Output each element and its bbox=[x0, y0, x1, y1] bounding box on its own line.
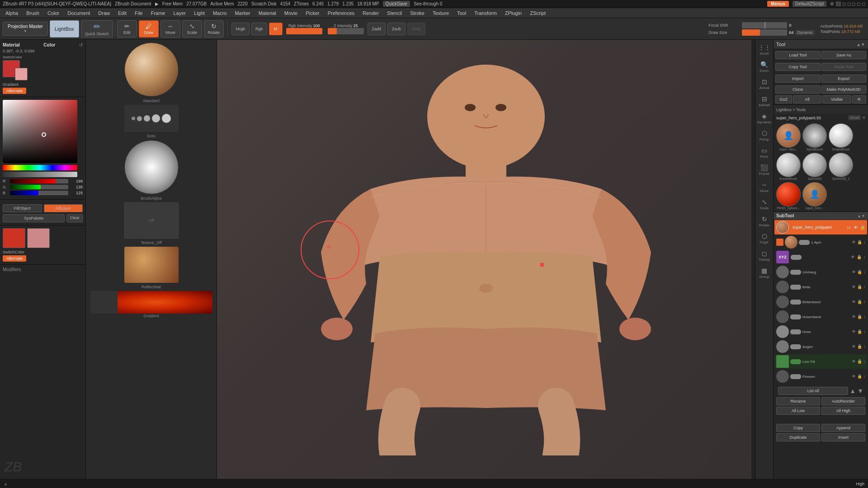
nav-polyf[interactable]: ⬡ PolyF bbox=[756, 230, 773, 247]
focal-shift-slider[interactable] bbox=[742, 22, 787, 28]
menu-draw[interactable]: Draw bbox=[94, 9, 113, 17]
menu-stencil[interactable]: Stencil bbox=[383, 9, 406, 17]
subtool-toggle-flossen[interactable] bbox=[790, 374, 801, 379]
menu-picker[interactable]: Picker bbox=[302, 9, 323, 17]
brush-thumb-pm3d[interactable]: PM3D_Sphere... bbox=[776, 182, 801, 210]
edit-button[interactable]: ✏ Edit bbox=[117, 20, 137, 38]
color-picker[interactable] bbox=[3, 100, 77, 163]
texture-off-preview[interactable]: Off bbox=[124, 202, 179, 239]
scroll-btn[interactable]: Scroll bbox=[848, 115, 861, 120]
menu-preferences[interactable]: Preferences bbox=[324, 9, 358, 17]
subtool-eye-hosenband[interactable]: 👁 bbox=[852, 314, 856, 319]
draw-size-slider[interactable] bbox=[742, 29, 787, 36]
rgb-button[interactable]: Rgb bbox=[251, 23, 267, 35]
subtool-lock-augen[interactable]: 🔒 bbox=[857, 344, 862, 349]
rgb-intensity-slider[interactable] bbox=[286, 28, 322, 34]
fill-object-btn[interactable]: FillObject bbox=[3, 204, 42, 212]
subtool-item-2[interactable]: 1.Aym 👁 🔒 ↕ bbox=[774, 235, 867, 249]
menu-zplugin[interactable]: ZPlugin bbox=[501, 9, 525, 17]
nav-rotate[interactable]: ↻ Rotate bbox=[756, 213, 773, 230]
subtool-item-brille[interactable]: Brille 👁 🔒 ↕ bbox=[774, 280, 867, 294]
default-script-btn[interactable]: DefaultZScript bbox=[793, 1, 826, 7]
b-slider[interactable] bbox=[10, 191, 68, 195]
alternate-btn-2[interactable]: Alternate bbox=[3, 255, 26, 262]
import-btn[interactable]: Import bbox=[775, 75, 821, 83]
subtool-eye-umhang[interactable]: 👁 bbox=[852, 270, 856, 274]
load-tool-btn[interactable]: Load Tool bbox=[775, 51, 821, 59]
gray-slider[interactable] bbox=[3, 172, 77, 177]
visible-btn[interactable]: Visible bbox=[822, 95, 851, 103]
mrgb-button[interactable]: Mrgb bbox=[231, 23, 250, 35]
subtool-lock-flossen[interactable]: 🔒 bbox=[857, 374, 862, 379]
reflect-mat-preview[interactable] bbox=[124, 247, 179, 283]
subtool-toggle-2[interactable] bbox=[799, 240, 810, 245]
menu-macro[interactable]: Macro bbox=[209, 9, 231, 17]
m-button[interactable]: M bbox=[269, 23, 283, 35]
viewport[interactable]: ✛ bbox=[217, 40, 755, 479]
scale-button[interactable]: ⤡ Scale bbox=[182, 20, 202, 38]
quick-save-btn[interactable]: QuickSave bbox=[383, 1, 410, 7]
subtool-lock-brillenband[interactable]: 🔒 bbox=[857, 300, 862, 304]
nav-transp[interactable]: ◻ Transp bbox=[756, 248, 773, 264]
subtool-item-flossen[interactable]: Flossen 👁 🔒 ↕ bbox=[774, 369, 867, 384]
nav-aahalf[interactable]: ⊟ AAHalf bbox=[756, 93, 773, 109]
nav-frame[interactable]: ⬛ Frame bbox=[756, 162, 773, 178]
quick-sketch-button[interactable]: ✏ Quick Sketch bbox=[81, 20, 113, 38]
xyz-lock[interactable]: 🔒 bbox=[857, 255, 862, 259]
subtool-item-umhang[interactable]: Umhang 👁 🔒 ↕ bbox=[774, 265, 867, 279]
menu-render[interactable]: Render bbox=[359, 9, 382, 17]
nav-move[interactable]: ↔ Move bbox=[756, 179, 773, 195]
gradient-preview-bar[interactable]: Gradient bbox=[90, 291, 212, 318]
brush-thumb-superhero[interactable]: 👤 super_hero... bbox=[776, 123, 801, 151]
secondary-color-swatch[interactable] bbox=[15, 68, 28, 80]
zsub-button[interactable]: Zsub bbox=[387, 23, 406, 35]
subtool-lock-umhang[interactable]: 🔒 bbox=[857, 270, 862, 274]
export-btn[interactable]: Export bbox=[821, 75, 867, 83]
r-slider[interactable] bbox=[10, 179, 68, 183]
brush-thumb-sphere3d[interactable]: Sphere3D bbox=[802, 153, 827, 180]
menu-alpha[interactable]: Alpha bbox=[2, 9, 22, 17]
all-high-btn[interactable]: All High bbox=[821, 407, 865, 415]
nav-scale[interactable]: ⤡ Scale bbox=[756, 196, 773, 212]
xyz-eye[interactable]: 👁 bbox=[851, 255, 855, 259]
subtool-item-brillenband[interactable]: Brillenband 👁 🔒 ↕ bbox=[774, 295, 867, 309]
auto-reorder-btn[interactable]: AutoReorder bbox=[821, 397, 865, 405]
subtool-eye-linefill[interactable]: 👁 bbox=[852, 359, 856, 364]
hue-slider[interactable] bbox=[3, 165, 77, 170]
subtool-toggle-hosenband[interactable] bbox=[790, 314, 801, 319]
menu-layer[interactable]: Layer bbox=[170, 9, 189, 17]
subtool-lock-brille[interactable]: 🔒 bbox=[857, 285, 862, 289]
r-scroll-btn[interactable]: R bbox=[863, 116, 865, 120]
subtool-toggle-augen[interactable] bbox=[790, 344, 801, 349]
list-all-btn[interactable]: List All bbox=[778, 387, 848, 395]
brush-alpha-preview[interactable] bbox=[124, 140, 179, 194]
gradient-color-picker[interactable] bbox=[90, 291, 212, 314]
menu-movie[interactable]: Movie bbox=[281, 9, 301, 17]
make-polymesh-btn[interactable]: Make PolyMesh3D bbox=[821, 85, 867, 94]
all-btn[interactable]: All bbox=[793, 95, 821, 103]
move-button[interactable]: ↔ Move bbox=[160, 20, 180, 38]
subtool-lock-2[interactable]: 🔒 bbox=[857, 240, 862, 244]
zcut-button[interactable]: Zcut bbox=[407, 23, 425, 35]
goz-btn[interactable]: GoZ bbox=[775, 95, 792, 103]
menu-stroke[interactable]: Stroke bbox=[406, 9, 428, 17]
append-btn[interactable]: Append bbox=[821, 424, 865, 432]
menu-edit[interactable]: Edit bbox=[114, 9, 130, 17]
subtool-item-xyz[interactable]: XYZ 👁 🔒 ↕ bbox=[774, 250, 867, 264]
alternate-button[interactable]: Alternate bbox=[3, 88, 26, 94]
subtool-lock-1[interactable]: 🔒 bbox=[860, 225, 865, 230]
subtool-eye-2[interactable]: 👁 bbox=[852, 240, 856, 244]
menu-tool[interactable]: Tool bbox=[453, 9, 470, 17]
rotate-button[interactable]: ↻ Rotate bbox=[204, 20, 224, 38]
sys-palette-btn[interactable]: SysPalette bbox=[3, 214, 65, 222]
subtool-toggle-brille[interactable] bbox=[790, 285, 801, 290]
draw-button[interactable]: 🖊 Draw bbox=[139, 20, 159, 38]
brush-thumb-sphere3d-1[interactable]: Sphere3D_1 bbox=[829, 153, 853, 180]
subtool-toggle-hose[interactable] bbox=[790, 329, 801, 334]
dynamic-label[interactable]: Dynamic bbox=[795, 30, 815, 35]
brush-thumb-superhero-2[interactable]: 👤 super_hero... bbox=[802, 182, 827, 210]
switch-color-btn[interactable]: SwitchColor bbox=[3, 55, 28, 80]
all-low-btn[interactable]: All Low bbox=[776, 407, 820, 415]
fill-layer-btn[interactable]: FillLayer bbox=[44, 204, 83, 212]
subtool-eye-hose[interactable]: 👁 bbox=[852, 329, 856, 334]
